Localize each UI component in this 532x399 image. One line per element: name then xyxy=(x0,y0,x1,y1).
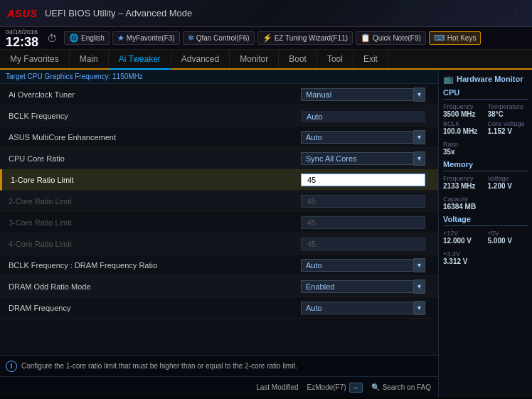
datetime-block: 04/18/2016 12:38 xyxy=(6,28,41,48)
language-btn[interactable]: 🌐 English xyxy=(64,31,110,45)
settings-table: Ai Overclock Tuner Manual ▼ BCLK Frequen… xyxy=(0,84,438,319)
cpu-freq-block: Frequency 3500 MHz xyxy=(443,103,484,118)
nav-bar: My Favorites Main Ai Tweaker Advanced Mo… xyxy=(0,50,532,70)
main-layout: Target CPU Graphics Frequency: 1150MHz A… xyxy=(0,70,532,398)
memory-stats-grid: Frequency 2133 MHz Voltage 1.200 V xyxy=(443,175,528,190)
value-2core-ratio: 45 xyxy=(301,194,432,208)
memory-section-title: Memory xyxy=(443,160,528,171)
label-dram-odd-ratio: DRAM Odd Ratio Mode xyxy=(6,282,301,291)
nav-monitor[interactable]: Monitor xyxy=(230,50,279,68)
mem-volt-value: 1.200 V xyxy=(488,182,528,190)
dropdown-box-ai-overclock[interactable]: Manual xyxy=(301,88,414,101)
status-bar: Last Modified EzMode(F7) ↔ 🔍 Search on F… xyxy=(0,376,438,398)
ez-mode-btn[interactable]: EzMode(F7) ↔ xyxy=(307,383,363,393)
hw-monitor-title: Hardware Monitor xyxy=(457,75,523,83)
row-multicore: ASUS MultiCore Enhancement Auto ▼ xyxy=(0,127,438,148)
value-1core-ratio[interactable]: 45 xyxy=(301,173,432,186)
mem-capacity-block: Capacity 16384 MB xyxy=(443,196,528,211)
qfan-btn[interactable]: ❄ Qfan Control(F6) xyxy=(183,31,255,45)
cpu-ratio-value: 35x xyxy=(443,148,528,156)
row-1core-ratio: 1-Core Ratio Limit 45 xyxy=(0,169,438,191)
value-multicore[interactable]: Auto ▼ xyxy=(301,130,432,144)
ez-icon: ⚡ xyxy=(262,33,272,43)
row-dram-odd-ratio: DRAM Odd Ratio Mode Enabled ▼ xyxy=(0,276,438,297)
hot-keys-btn[interactable]: ⌨ Hot Keys xyxy=(429,31,482,45)
nav-ai-tweaker[interactable]: Ai Tweaker xyxy=(109,50,171,70)
dropdown-box-cpu-core-ratio[interactable]: Sync All Cores xyxy=(301,152,414,165)
mem-capacity-label: Capacity xyxy=(443,196,528,203)
value-cpu-core-ratio[interactable]: Sync All Cores ▼ xyxy=(301,151,432,166)
dropdown-box-bclk-dram[interactable]: Auto xyxy=(301,259,414,272)
label-2core-ratio: 2-Core Ratio Limit xyxy=(6,197,301,206)
dropdown-dram-odd[interactable]: Enabled ▼ xyxy=(301,280,425,294)
myfavorite-btn[interactable]: ★ MyFavorite(F3) xyxy=(112,31,180,45)
mem-freq-label: Frequency xyxy=(443,175,484,182)
dropdown-bclk-dram[interactable]: Auto ▼ xyxy=(301,258,425,272)
dropdown-box-dram-freq[interactable]: Auto xyxy=(301,302,414,314)
v12-value: 12.000 V xyxy=(443,237,484,245)
info-text: Configure the 1-core ratio limit that mu… xyxy=(21,362,297,370)
label-multicore: ASUS MultiCore Enhancement xyxy=(6,133,301,142)
mem-freq-value: 2133 MHz xyxy=(443,182,484,190)
nav-favorites[interactable]: My Favorites xyxy=(0,50,70,68)
cpu-bclk-value: 100.0 MHz xyxy=(443,127,484,135)
v5-value: 5.000 V xyxy=(488,237,528,245)
value-dram-odd-ratio[interactable]: Enabled ▼ xyxy=(301,280,432,294)
dropdown-multicore[interactable]: Auto ▼ xyxy=(301,130,425,144)
dropdown-box-dram-odd[interactable]: Enabled xyxy=(301,280,414,293)
nav-boot[interactable]: Boot xyxy=(279,50,317,68)
cpu-ratio-label: Ratio xyxy=(443,141,528,148)
value-bclk-freq: Auto xyxy=(301,110,432,122)
content-area: Target CPU Graphics Frequency: 1150MHz A… xyxy=(0,70,438,398)
dropdown-arrow-dram-freq[interactable]: ▼ xyxy=(414,301,425,315)
ez-tuning-btn[interactable]: ⚡ EZ Tuning Wizard(F11) xyxy=(257,31,353,45)
row-3core-ratio: 3-Core Ratio Limit 45 xyxy=(0,212,438,233)
row-cpu-core-ratio: CPU Core Ratio Sync All Cores ▼ xyxy=(0,148,438,169)
label-dram-freq: DRAM Frequency xyxy=(6,304,301,312)
input-2core-ratio: 45 xyxy=(301,195,425,208)
v5-label: +5V xyxy=(488,230,528,237)
time-display: 12:38 xyxy=(6,36,38,48)
quick-note-btn[interactable]: 📋 Quick Note(F9) xyxy=(356,31,426,45)
dropdown-dram-freq[interactable]: Auto ▼ xyxy=(301,301,425,315)
cpu-bclk-block: BCLK 100.0 MHz xyxy=(443,120,484,135)
nav-tool[interactable]: Tool xyxy=(317,50,353,68)
input-1core-ratio[interactable]: 45 xyxy=(301,174,425,186)
v12-label: +12V xyxy=(443,230,484,237)
dropdown-arrow-cpu-core-ratio[interactable]: ▼ xyxy=(414,151,425,166)
cpu-bclk-label: BCLK xyxy=(443,120,484,127)
nav-exit[interactable]: Exit xyxy=(353,50,388,68)
search-faq-btn[interactable]: 🔍 Search on FAQ xyxy=(371,383,431,391)
info-bar: i Configure the 1-core ratio limit that … xyxy=(0,355,438,376)
favorite-icon: ★ xyxy=(117,33,124,43)
dropdown-arrow-bclk-dram[interactable]: ▼ xyxy=(414,258,425,272)
dropdown-arrow-multicore[interactable]: ▼ xyxy=(414,130,425,144)
value-3core-ratio: 45 xyxy=(301,216,432,229)
cpu-ratio-block: Ratio 35x xyxy=(443,141,528,156)
cpu-freq-label: Frequency xyxy=(443,103,484,110)
hw-monitor-header: 📺 Hardware Monitor xyxy=(443,74,528,84)
dropdown-ai-overclock[interactable]: Manual ▼ xyxy=(301,87,425,102)
ez-mode-icon: ↔ xyxy=(349,383,363,393)
dropdown-cpu-core-ratio[interactable]: Sync All Cores ▼ xyxy=(301,151,425,166)
dropdown-box-multicore[interactable]: Auto xyxy=(301,131,414,144)
header-bar: ASUS UEFI BIOS Utility – Advanced Mode xyxy=(0,0,532,27)
value-bclk-dram-ratio[interactable]: Auto ▼ xyxy=(301,258,432,272)
row-2core-ratio: 2-Core Ratio Limit 45 xyxy=(0,191,438,212)
right-panel: 📺 Hardware Monitor CPU Frequency 3500 MH… xyxy=(438,70,532,398)
v33-block: +3.3V 3.312 V xyxy=(443,250,528,265)
label-bclk-dram-ratio: BCLK Frequency : DRAM Frequency Ratio xyxy=(6,261,301,270)
nav-main[interactable]: Main xyxy=(70,50,109,68)
cpu-freq-value: 3500 MHz xyxy=(443,110,484,118)
dropdown-arrow-ai-overclock[interactable]: ▼ xyxy=(414,87,425,102)
nav-advanced[interactable]: Advanced xyxy=(171,50,230,68)
value-dram-freq[interactable]: Auto ▼ xyxy=(301,301,432,315)
dropdown-arrow-dram-odd[interactable]: ▼ xyxy=(414,280,425,294)
value-ai-overclock[interactable]: Manual ▼ xyxy=(301,87,432,102)
toolbar-bar: 04/18/2016 12:38 ⏱ 🌐 English ★ MyFavorit… xyxy=(0,27,532,50)
label-bclk-freq: BCLK Frequency xyxy=(6,112,301,120)
last-modified-btn[interactable]: Last Modified xyxy=(256,383,298,391)
row-bclk-freq: BCLK Frequency Auto xyxy=(0,105,438,127)
monitor-icon: 📺 xyxy=(443,74,454,84)
mem-freq-block: Frequency 2133 MHz xyxy=(443,175,484,190)
